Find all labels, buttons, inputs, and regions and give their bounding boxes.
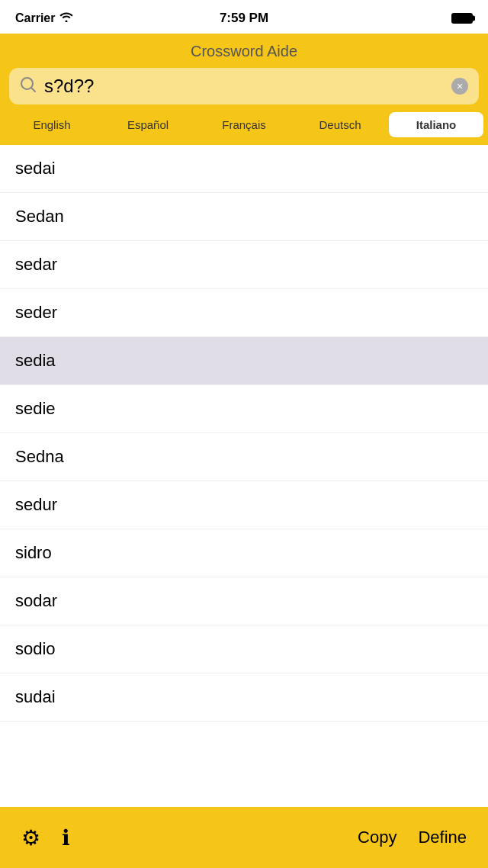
search-icon [20, 76, 37, 97]
list-item[interactable]: sedar [0, 241, 488, 289]
list-item[interactable]: sedie [0, 385, 488, 433]
tab-deutsch[interactable]: Deutsch [293, 112, 387, 137]
wifi-icon [59, 11, 73, 25]
bottom-bar: ⚙ ℹ Copy Define [0, 807, 488, 868]
copy-button[interactable]: Copy [358, 828, 396, 847]
tab-italiano[interactable]: Italiano [389, 112, 483, 137]
bottom-icon-group: ⚙ ℹ [21, 825, 70, 850]
battery-icon [451, 13, 473, 24]
list-item[interactable]: sodar [0, 577, 488, 625]
search-input[interactable] [44, 76, 444, 97]
tab-english[interactable]: English [5, 112, 99, 137]
search-clear-button[interactable]: × [451, 78, 468, 95]
carrier-label: Carrier [15, 11, 73, 25]
list-item[interactable]: Sedna [0, 433, 488, 481]
tab-francais[interactable]: Français [197, 112, 291, 137]
tab-espanol[interactable]: Español [101, 112, 195, 137]
app-header: Crossword Aide × English Español Françai… [0, 34, 488, 145]
list-item[interactable]: sedur [0, 481, 488, 529]
language-tabs: English Español Français Deutsch Italian… [0, 112, 488, 145]
list-item[interactable]: sodio [0, 625, 488, 674]
word-list: sedai Sedan sedar seder sedia sedie Sedn… [0, 145, 488, 807]
list-item[interactable]: sudai [0, 674, 488, 722]
list-item[interactable]: Sedan [0, 193, 488, 241]
app-title: Crossword Aide [0, 40, 488, 68]
list-item[interactable]: sidro [0, 529, 488, 577]
settings-button[interactable]: ⚙ [21, 825, 40, 850]
bottom-actions-group: Copy Define [358, 828, 467, 847]
battery-indicator [451, 13, 473, 24]
status-bar: Carrier 7:59 PM [0, 0, 488, 34]
list-item[interactable]: sedia [0, 337, 488, 385]
search-bar[interactable]: × [9, 68, 479, 104]
list-item[interactable]: sedai [0, 145, 488, 193]
info-button[interactable]: ℹ [62, 825, 70, 850]
svg-point-0 [21, 78, 33, 89]
status-time: 7:59 PM [220, 11, 268, 26]
define-button[interactable]: Define [418, 828, 467, 847]
list-item[interactable]: seder [0, 289, 488, 337]
